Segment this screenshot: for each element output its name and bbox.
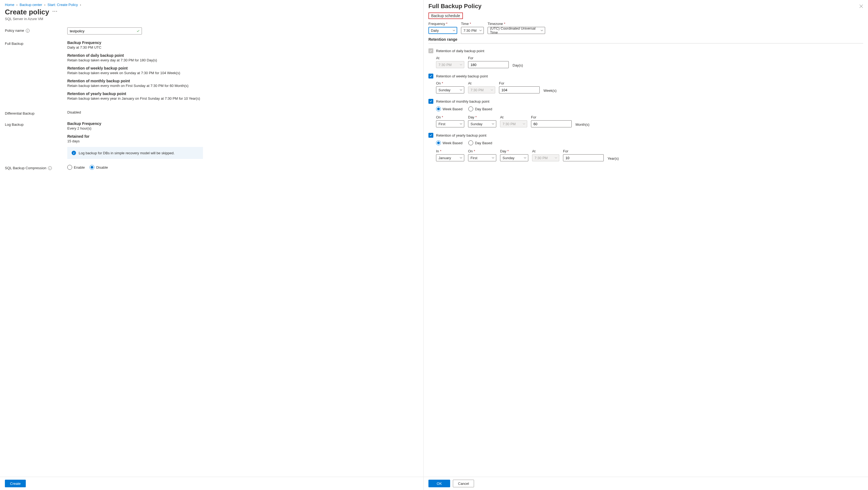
monthly-for-input[interactable] <box>531 120 572 127</box>
weekly-retention-heading: Retention of weekly backup point <box>67 66 203 70</box>
yearly-day-select[interactable]: Sunday <box>500 154 528 161</box>
breadcrumb-backup-center[interactable]: Backup center <box>20 3 42 7</box>
cancel-button[interactable]: Cancel <box>453 480 474 487</box>
enable-label: Enable <box>74 166 85 170</box>
chevron-down-icon <box>492 123 494 125</box>
chevron-down-icon <box>460 89 462 91</box>
page-subtitle: SQL Server in Azure VM <box>0 17 423 26</box>
monthly-retention-value: Retain backup taken every month on First… <box>67 84 203 88</box>
full-backup-label: Full Backup <box>5 41 23 46</box>
yearly-for-input[interactable] <box>563 154 604 161</box>
log-frequency-heading: Backup Frequency <box>67 121 203 126</box>
create-button[interactable]: Create <box>5 480 26 487</box>
log-backup-label: Log Backup <box>5 122 24 126</box>
compression-enable-radio[interactable]: Enable <box>67 165 85 170</box>
weekly-at-label: At <box>468 81 495 85</box>
chevron-down-icon <box>460 64 462 65</box>
monthly-day-select[interactable]: Sunday <box>468 120 496 127</box>
chevron-right-icon: › <box>80 3 81 7</box>
info-icon[interactable]: i <box>48 166 52 170</box>
yearly-day-label: Day * <box>500 149 528 153</box>
yearly-in-select[interactable]: January <box>436 154 464 161</box>
backup-frequency-heading: Backup Frequency <box>67 40 203 45</box>
yearly-week-based-radio[interactable]: Week Based <box>436 140 462 145</box>
log-retained-heading: Retained for <box>67 134 203 139</box>
page-title: Create policy <box>5 8 49 16</box>
daily-retention-value: Retain backup taken every day at 7:30 PM… <box>67 58 203 62</box>
yearly-retention-heading: Retention of yearly backup point <box>67 91 203 96</box>
differential-backup-label: Differential Backup <box>5 111 34 115</box>
daily-unit: Day(s) <box>513 63 523 68</box>
monthly-week-based-radio[interactable]: Week Based <box>436 107 462 111</box>
more-actions-icon[interactable]: ··· <box>52 9 58 16</box>
time-select[interactable]: 7:30 PM <box>461 27 484 34</box>
yearly-on-select[interactable]: First <box>468 154 496 161</box>
weekly-retention-checkbox[interactable] <box>428 74 433 79</box>
monthly-retention-heading: Retention of monthly backup point <box>67 79 203 83</box>
blade-title: Full Backup Policy <box>428 3 482 10</box>
timezone-select[interactable]: (UTC) Coordinated Universal Time <box>488 27 545 34</box>
week-based-label: Week Based <box>442 141 462 145</box>
disable-label: Disable <box>96 166 108 170</box>
weekly-retention-value: Retain backup taken every week on Sunday… <box>67 71 203 75</box>
daily-for-input[interactable] <box>468 61 509 68</box>
compression-disable-radio[interactable]: Disable <box>90 165 108 170</box>
weekly-for-input[interactable] <box>499 86 540 93</box>
yearly-retention-checkbox[interactable] <box>428 133 433 138</box>
info-icon[interactable]: i <box>26 29 30 33</box>
daily-retention-checkbox <box>428 48 433 53</box>
daily-at-label: At <box>436 56 464 60</box>
chevron-right-icon: › <box>44 3 45 7</box>
monthly-for-label: For <box>531 115 572 119</box>
monthly-at-select: 7:30 PM <box>500 120 527 127</box>
time-label: Time * <box>461 22 484 26</box>
close-icon[interactable] <box>859 4 863 8</box>
yearly-in-label: In * <box>436 149 464 153</box>
log-retained-value: 15 days <box>67 139 203 143</box>
chevron-down-icon <box>453 30 455 31</box>
daily-retention-heading: Retention of daily backup point <box>67 53 203 58</box>
chevron-down-icon <box>479 30 482 31</box>
yearly-at-select: 7:30 PM <box>532 154 559 161</box>
yearly-unit: Year(s) <box>608 156 619 161</box>
policy-name-input[interactable] <box>67 27 142 34</box>
yearly-retention-label: Retention of yearly backup point <box>436 133 487 138</box>
weekly-retention-label: Retention of weekly backup point <box>436 74 488 78</box>
backup-schedule-heading: Backup schedule <box>428 12 463 19</box>
yearly-retention-value: Retain backup taken every year in Januar… <box>67 96 203 100</box>
check-icon <box>136 29 140 33</box>
yearly-for-label: For <box>563 149 604 153</box>
yearly-at-label: At <box>532 149 559 153</box>
weekly-on-select[interactable]: Sunday <box>436 86 464 93</box>
frequency-select[interactable]: Daily <box>428 27 457 34</box>
timezone-label: Timezone * <box>488 22 545 26</box>
monthly-at-label: At <box>500 115 527 119</box>
monthly-day-based-radio[interactable]: Day Based <box>468 107 492 111</box>
chevron-down-icon <box>460 157 462 158</box>
chevron-down-icon <box>524 157 526 158</box>
daily-retention-label: Retention of daily backup point <box>436 49 484 53</box>
day-based-label: Day Based <box>475 107 492 111</box>
log-info-box: i Log backup for DBs in simple recovery … <box>67 147 203 159</box>
policy-name-label: Policy name <box>5 29 24 33</box>
ok-button[interactable]: OK <box>428 480 450 487</box>
breadcrumb-create-policy[interactable]: Start: Create Policy <box>48 3 78 7</box>
frequency-label: Frequency * <box>428 22 457 26</box>
chevron-down-icon <box>492 157 494 158</box>
monthly-retention-checkbox[interactable] <box>428 99 433 104</box>
daily-for-label: For <box>468 56 509 60</box>
weekly-for-label: For <box>499 81 540 85</box>
yearly-day-based-radio[interactable]: Day Based <box>468 140 492 145</box>
weekly-on-label: On * <box>436 81 464 85</box>
differential-backup-value: Disabled <box>67 110 81 114</box>
breadcrumb: Home › Backup center › Start: Create Pol… <box>0 0 423 8</box>
backup-frequency-value: Daily at 7:30 PM UTC <box>67 46 203 50</box>
monthly-day-label: Day * <box>468 115 496 119</box>
chevron-down-icon <box>460 123 462 125</box>
monthly-on-select[interactable]: First <box>436 120 464 127</box>
monthly-retention-label: Retention of monthly backup point <box>436 99 490 104</box>
daily-at-select: 7:30 PM <box>436 61 464 68</box>
yearly-on-label: On * <box>468 149 496 153</box>
breadcrumb-home[interactable]: Home <box>5 3 14 7</box>
chevron-down-icon <box>540 30 543 31</box>
